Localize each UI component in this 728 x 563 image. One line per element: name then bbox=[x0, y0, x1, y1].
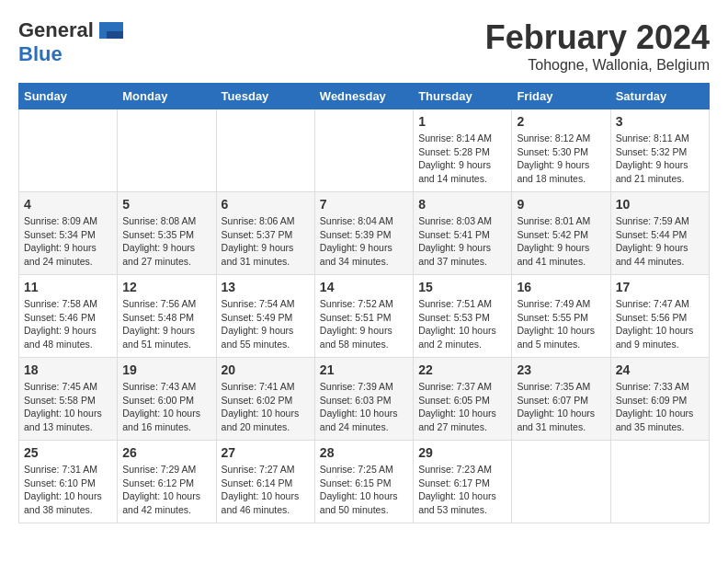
cell-info: Sunrise: 7:59 AM Sunset: 5:44 PM Dayligh… bbox=[616, 214, 704, 269]
cell-info: Sunrise: 7:25 AM Sunset: 6:15 PM Dayligh… bbox=[320, 463, 408, 517]
day-number: 22 bbox=[418, 362, 506, 377]
cell-info: Sunrise: 8:01 AM Sunset: 5:42 PM Dayligh… bbox=[517, 214, 605, 269]
calendar-cell: 27Sunrise: 7:27 AM Sunset: 6:14 PM Dayli… bbox=[216, 441, 314, 523]
day-number: 7 bbox=[320, 197, 408, 212]
calendar-cell: 6Sunrise: 8:06 AM Sunset: 5:37 PM Daylig… bbox=[216, 192, 314, 275]
svg-marker-0 bbox=[107, 22, 123, 31]
day-number: 5 bbox=[122, 197, 210, 212]
day-number: 9 bbox=[517, 197, 605, 212]
calendar-cell bbox=[118, 109, 216, 192]
day-number: 8 bbox=[418, 197, 506, 212]
calendar-cell: 2Sunrise: 8:12 AM Sunset: 5:30 PM Daylig… bbox=[512, 109, 610, 192]
day-number: 6 bbox=[222, 197, 310, 212]
cell-info: Sunrise: 7:51 AM Sunset: 5:53 PM Dayligh… bbox=[418, 297, 506, 351]
cell-info: Sunrise: 7:35 AM Sunset: 6:07 PM Dayligh… bbox=[517, 380, 605, 434]
calendar-cell: 15Sunrise: 7:51 AM Sunset: 5:53 PM Dayli… bbox=[414, 275, 512, 358]
header-cell-friday: Friday bbox=[512, 84, 610, 109]
day-number: 29 bbox=[418, 445, 506, 460]
svg-marker-2 bbox=[99, 22, 107, 39]
calendar-cell: 29Sunrise: 7:23 AM Sunset: 6:17 PM Dayli… bbox=[414, 441, 512, 523]
cell-info: Sunrise: 7:37 AM Sunset: 6:05 PM Dayligh… bbox=[418, 380, 506, 434]
calendar-cell: 13Sunrise: 7:54 AM Sunset: 5:49 PM Dayli… bbox=[216, 275, 314, 358]
calendar-cell bbox=[512, 441, 610, 523]
day-number: 28 bbox=[320, 445, 408, 460]
header-cell-tuesday: Tuesday bbox=[216, 84, 314, 109]
calendar-cell bbox=[314, 109, 413, 192]
day-number: 20 bbox=[222, 362, 310, 377]
logo-blue: Blue bbox=[18, 42, 63, 65]
calendar-cell: 10Sunrise: 7:59 AM Sunset: 5:44 PM Dayli… bbox=[610, 192, 709, 275]
calendar-table: SundayMondayTuesdayWednesdayThursdayFrid… bbox=[18, 83, 710, 523]
calendar-cell: 9Sunrise: 8:01 AM Sunset: 5:42 PM Daylig… bbox=[512, 192, 610, 275]
calendar-cell: 16Sunrise: 7:49 AM Sunset: 5:55 PM Dayli… bbox=[512, 275, 610, 358]
cell-info: Sunrise: 8:12 AM Sunset: 5:30 PM Dayligh… bbox=[517, 132, 605, 186]
cell-info: Sunrise: 7:29 AM Sunset: 6:12 PM Dayligh… bbox=[122, 463, 210, 517]
header-cell-thursday: Thursday bbox=[414, 84, 512, 109]
svg-marker-1 bbox=[107, 31, 123, 39]
cell-info: Sunrise: 8:11 AM Sunset: 5:32 PM Dayligh… bbox=[616, 132, 704, 186]
calendar-week-row: 11Sunrise: 7:58 AM Sunset: 5:46 PM Dayli… bbox=[19, 275, 710, 358]
month-title: February 2024 bbox=[485, 18, 710, 57]
calendar-cell: 12Sunrise: 7:56 AM Sunset: 5:48 PM Dayli… bbox=[118, 275, 216, 358]
day-number: 18 bbox=[24, 362, 112, 377]
cell-info: Sunrise: 7:23 AM Sunset: 6:17 PM Dayligh… bbox=[418, 463, 506, 517]
calendar-cell: 5Sunrise: 8:08 AM Sunset: 5:35 PM Daylig… bbox=[118, 192, 216, 275]
header-cell-monday: Monday bbox=[118, 84, 216, 109]
calendar-cell: 4Sunrise: 8:09 AM Sunset: 5:34 PM Daylig… bbox=[19, 192, 118, 275]
day-number: 1 bbox=[418, 114, 506, 129]
cell-info: Sunrise: 7:39 AM Sunset: 6:03 PM Dayligh… bbox=[320, 380, 408, 434]
day-number: 3 bbox=[616, 114, 704, 129]
cell-info: Sunrise: 7:54 AM Sunset: 5:49 PM Dayligh… bbox=[222, 297, 310, 351]
cell-info: Sunrise: 7:58 AM Sunset: 5:46 PM Dayligh… bbox=[24, 297, 112, 351]
cell-info: Sunrise: 7:41 AM Sunset: 6:02 PM Dayligh… bbox=[222, 380, 310, 434]
logo-icon bbox=[97, 20, 125, 40]
day-number: 14 bbox=[320, 280, 408, 294]
day-number: 13 bbox=[222, 280, 310, 294]
header-cell-sunday: Sunday bbox=[19, 84, 118, 109]
day-number: 2 bbox=[517, 114, 605, 129]
day-number: 27 bbox=[222, 445, 310, 460]
calendar-cell: 24Sunrise: 7:33 AM Sunset: 6:09 PM Dayli… bbox=[610, 358, 709, 441]
calendar-cell: 20Sunrise: 7:41 AM Sunset: 6:02 PM Dayli… bbox=[216, 358, 314, 441]
header-cell-saturday: Saturday bbox=[610, 84, 709, 109]
logo: General Blue bbox=[18, 18, 125, 66]
day-number: 10 bbox=[616, 197, 704, 212]
calendar-cell bbox=[19, 109, 118, 192]
day-number: 23 bbox=[517, 362, 605, 377]
calendar-cell: 14Sunrise: 7:52 AM Sunset: 5:51 PM Dayli… bbox=[314, 275, 413, 358]
day-number: 16 bbox=[517, 280, 605, 294]
day-number: 4 bbox=[24, 197, 112, 212]
day-number: 17 bbox=[616, 280, 704, 294]
day-number: 21 bbox=[320, 362, 408, 377]
calendar-header-row: SundayMondayTuesdayWednesdayThursdayFrid… bbox=[19, 84, 710, 109]
cell-info: Sunrise: 7:56 AM Sunset: 5:48 PM Dayligh… bbox=[122, 297, 210, 351]
cell-info: Sunrise: 7:52 AM Sunset: 5:51 PM Dayligh… bbox=[320, 297, 408, 351]
calendar-cell: 22Sunrise: 7:37 AM Sunset: 6:05 PM Dayli… bbox=[414, 358, 512, 441]
calendar-cell: 3Sunrise: 8:11 AM Sunset: 5:32 PM Daylig… bbox=[610, 109, 709, 192]
location-title: Tohogne, Wallonia, Belgium bbox=[485, 57, 710, 74]
cell-info: Sunrise: 8:04 AM Sunset: 5:39 PM Dayligh… bbox=[320, 214, 408, 269]
calendar-body: 1Sunrise: 8:14 AM Sunset: 5:28 PM Daylig… bbox=[19, 109, 710, 523]
cell-info: Sunrise: 7:49 AM Sunset: 5:55 PM Dayligh… bbox=[517, 297, 605, 351]
cell-info: Sunrise: 7:33 AM Sunset: 6:09 PM Dayligh… bbox=[616, 380, 704, 434]
day-number: 19 bbox=[122, 362, 210, 377]
calendar-cell: 28Sunrise: 7:25 AM Sunset: 6:15 PM Dayli… bbox=[314, 441, 413, 523]
cell-info: Sunrise: 8:03 AM Sunset: 5:41 PM Dayligh… bbox=[418, 214, 506, 269]
cell-info: Sunrise: 7:45 AM Sunset: 5:58 PM Dayligh… bbox=[24, 380, 112, 434]
calendar-cell: 8Sunrise: 8:03 AM Sunset: 5:41 PM Daylig… bbox=[414, 192, 512, 275]
cell-info: Sunrise: 8:14 AM Sunset: 5:28 PM Dayligh… bbox=[418, 132, 506, 186]
calendar-cell: 21Sunrise: 7:39 AM Sunset: 6:03 PM Dayli… bbox=[314, 358, 413, 441]
calendar-cell: 23Sunrise: 7:35 AM Sunset: 6:07 PM Dayli… bbox=[512, 358, 610, 441]
calendar-cell: 19Sunrise: 7:43 AM Sunset: 6:00 PM Dayli… bbox=[118, 358, 216, 441]
calendar-cell: 7Sunrise: 8:04 AM Sunset: 5:39 PM Daylig… bbox=[314, 192, 413, 275]
cell-info: Sunrise: 7:47 AM Sunset: 5:56 PM Dayligh… bbox=[616, 297, 704, 351]
calendar-week-row: 18Sunrise: 7:45 AM Sunset: 5:58 PM Dayli… bbox=[19, 358, 710, 441]
calendar-cell: 11Sunrise: 7:58 AM Sunset: 5:46 PM Dayli… bbox=[19, 275, 118, 358]
calendar-cell bbox=[216, 109, 314, 192]
title-area: February 2024 Tohogne, Wallonia, Belgium bbox=[485, 18, 710, 74]
header: General Blue February 2024 Tohogne, Wall… bbox=[18, 18, 710, 74]
calendar-cell: 1Sunrise: 8:14 AM Sunset: 5:28 PM Daylig… bbox=[414, 109, 512, 192]
day-number: 12 bbox=[122, 280, 210, 294]
calendar-cell: 25Sunrise: 7:31 AM Sunset: 6:10 PM Dayli… bbox=[19, 441, 118, 523]
day-number: 15 bbox=[418, 280, 506, 294]
